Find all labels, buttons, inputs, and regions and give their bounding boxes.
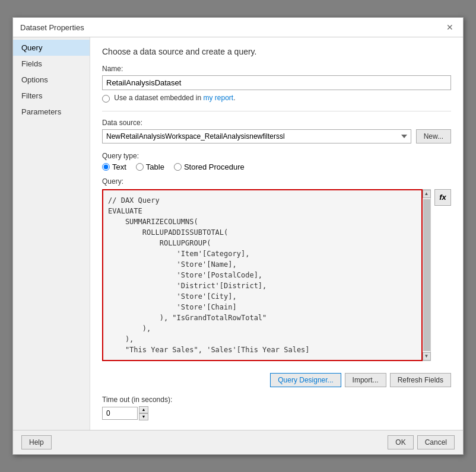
timeout-input-wrap: ▲ ▼ xyxy=(102,406,451,420)
radio-table-input[interactable] xyxy=(136,163,144,171)
divider1 xyxy=(102,111,451,111)
spin-up-button[interactable]: ▲ xyxy=(139,406,148,413)
name-input[interactable] xyxy=(102,75,451,90)
datasource-label: Data source: xyxy=(102,119,451,127)
radio-stored-procedure-label[interactable]: Stored Procedure xyxy=(174,162,245,171)
timeout-spinner: ▲ ▼ xyxy=(139,406,148,420)
fx-button[interactable]: fx xyxy=(434,189,451,206)
embedded-radio[interactable] xyxy=(102,95,110,103)
datasource-row: NewRetailAnalysisWorkspace_RetailAnalysi… xyxy=(102,129,451,143)
cancel-button[interactable]: Cancel xyxy=(417,435,455,449)
name-label: Name: xyxy=(102,65,451,73)
timeout-label: Time out (in seconds): xyxy=(102,396,451,404)
footer-right: OK Cancel xyxy=(388,435,455,449)
query-label: Query: xyxy=(102,177,451,186)
dataset-properties-dialog: Dataset Properties ✕ Query Fields Option… xyxy=(12,17,464,454)
sidebar-item-fields[interactable]: Fields xyxy=(13,56,90,72)
new-button[interactable]: New... xyxy=(416,129,451,143)
radio-text-label[interactable]: Text xyxy=(102,162,126,171)
ok-button[interactable]: OK xyxy=(388,435,413,449)
datasource-select[interactable]: NewRetailAnalysisWorkspace_RetailAnalysi… xyxy=(102,129,411,143)
scroll-thumb[interactable] xyxy=(423,199,430,351)
sidebar-item-options[interactable]: Options xyxy=(13,72,90,88)
dialog-title: Dataset Properties xyxy=(20,23,84,32)
dialog-footer: Help OK Cancel xyxy=(13,430,463,454)
timeout-input[interactable] xyxy=(102,407,138,420)
refresh-fields-button[interactable]: Refresh Fields xyxy=(390,373,451,387)
help-button[interactable]: Help xyxy=(21,435,52,449)
query-type-row: Text Table Stored Procedure xyxy=(102,162,451,171)
close-button[interactable]: ✕ xyxy=(444,23,456,32)
section-heading: Choose a data source and create a query. xyxy=(102,47,451,56)
radio-stored-procedure-input[interactable] xyxy=(174,163,182,171)
embedded-dataset-text: Use a dataset embedded in my report. xyxy=(102,94,451,102)
query-designer-button[interactable]: Query Designer... xyxy=(270,373,341,387)
action-row: Query Designer... Import... Refresh Fiel… xyxy=(102,373,451,387)
query-scrollbar: ▲ ▼ xyxy=(423,189,431,361)
sidebar-item-query[interactable]: Query xyxy=(13,40,90,56)
scroll-up-arrow[interactable]: ▲ xyxy=(423,190,431,198)
main-content: Choose a data source and create a query.… xyxy=(90,37,463,429)
sidebar: Query Fields Options Filters Parameters xyxy=(13,37,90,429)
radio-table-label[interactable]: Table xyxy=(136,162,164,171)
sidebar-item-filters[interactable]: Filters xyxy=(13,88,90,104)
import-button[interactable]: Import... xyxy=(345,373,386,387)
title-bar: Dataset Properties ✕ xyxy=(13,18,463,37)
my-report-link[interactable]: my report xyxy=(203,94,233,102)
query-editor[interactable]: // DAX Query EVALUATE SUMMARIZECOLUMNS( … xyxy=(102,189,423,361)
dialog-body: Query Fields Options Filters Parameters … xyxy=(13,37,463,429)
scroll-down-arrow[interactable]: ▼ xyxy=(423,352,431,361)
timeout-section: Time out (in seconds): ▲ ▼ xyxy=(102,396,451,420)
spin-down-button[interactable]: ▼ xyxy=(139,413,148,420)
radio-text-input[interactable] xyxy=(102,163,110,171)
sidebar-item-parameters[interactable]: Parameters xyxy=(13,104,90,120)
query-type-label: Query type: xyxy=(102,152,451,160)
